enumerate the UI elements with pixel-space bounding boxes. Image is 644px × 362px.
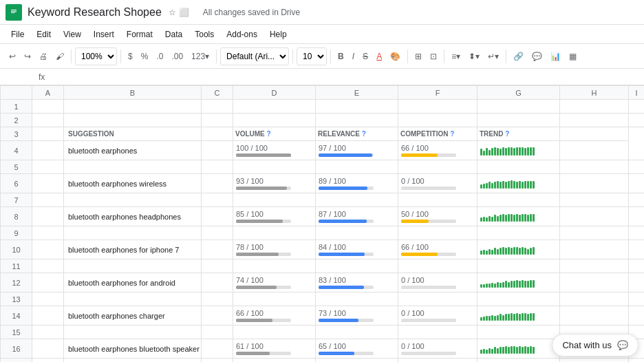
print-button[interactable]: 🖨 bbox=[36, 50, 51, 63]
link-button[interactable]: 🔗 bbox=[510, 50, 527, 63]
cell-empty bbox=[560, 193, 629, 207]
cell-empty bbox=[629, 292, 645, 306]
wrap-button[interactable]: ↵▾ bbox=[484, 50, 502, 63]
underline-button[interactable]: A bbox=[373, 50, 385, 63]
zoom-select[interactable]: 100% bbox=[75, 47, 117, 65]
cell-volume: 85 / 100 bbox=[233, 207, 316, 226]
redo-button[interactable]: ↪ bbox=[21, 50, 34, 63]
header-suggestion: SUGGESTION bbox=[64, 127, 202, 141]
row-number: 7 bbox=[1, 193, 32, 207]
formula-input[interactable] bbox=[50, 72, 638, 82]
separator2 bbox=[120, 50, 121, 63]
cell-empty bbox=[64, 100, 202, 114]
cell-volume: 66 / 100 bbox=[233, 306, 316, 326]
cell-keyword[interactable]: bluetooth earphones bbox=[64, 141, 202, 160]
menu-data[interactable]: Data bbox=[160, 28, 188, 41]
comment-button[interactable]: 💬 bbox=[528, 50, 546, 63]
menu-tools[interactable]: Tools bbox=[189, 28, 219, 41]
menu-format[interactable]: Format bbox=[121, 28, 158, 41]
bold-button[interactable]: B bbox=[334, 50, 347, 63]
cell-empty bbox=[202, 193, 233, 207]
star-icon[interactable]: ☆ bbox=[169, 8, 176, 17]
col-header-e[interactable]: E bbox=[316, 86, 398, 100]
filter-button[interactable]: ▦ bbox=[566, 50, 580, 63]
cell-empty bbox=[316, 326, 398, 339]
cell-empty bbox=[202, 100, 233, 114]
table-row: 12bluetooth earphones for android74 / 10… bbox=[1, 273, 645, 292]
cell-empty bbox=[202, 160, 233, 174]
decimal-inc-button[interactable]: .00 bbox=[168, 50, 186, 63]
merge-button[interactable]: ⊡ bbox=[427, 50, 440, 63]
cell-empty bbox=[64, 193, 202, 207]
col-header-d[interactable]: D bbox=[233, 86, 316, 100]
menu-file[interactable]: File bbox=[6, 28, 30, 41]
undo-button[interactable]: ↩ bbox=[6, 50, 19, 63]
paint-format-button[interactable]: 🖌 bbox=[52, 50, 67, 63]
cell-keyword[interactable]: bluetooth earphones wireless bbox=[64, 174, 202, 193]
menu-insert[interactable]: Insert bbox=[88, 28, 120, 41]
cell-volume: 78 / 100 bbox=[233, 240, 316, 259]
cell-empty bbox=[398, 359, 477, 363]
col-header-a[interactable]: A bbox=[32, 86, 64, 100]
menu-addons[interactable]: Add-ons bbox=[221, 28, 263, 41]
cell-volume: 74 / 100 bbox=[233, 273, 316, 292]
percent-button[interactable]: % bbox=[138, 50, 152, 63]
cell-empty bbox=[64, 226, 202, 240]
cell-empty bbox=[32, 141, 64, 160]
borders-button[interactable]: ⊞ bbox=[411, 50, 425, 63]
cell-empty bbox=[316, 359, 398, 363]
cell-empty bbox=[629, 193, 645, 207]
format-number-button[interactable]: 123▾ bbox=[188, 50, 213, 63]
cell-keyword[interactable]: bluetooth earphones headphones bbox=[64, 207, 202, 226]
chart-button[interactable]: 📊 bbox=[547, 50, 564, 63]
cell-competition: 66 / 100 bbox=[398, 240, 477, 259]
col-header-b[interactable]: B bbox=[64, 86, 202, 100]
decimal-dec-button[interactable]: .0 bbox=[153, 50, 167, 63]
col-header-i[interactable]: I bbox=[629, 86, 645, 100]
cell-keyword[interactable]: bluetooth earphones bluetooth speaker bbox=[64, 339, 202, 359]
align-button[interactable]: ≡▾ bbox=[448, 50, 464, 63]
col-header-f[interactable]: F bbox=[398, 86, 477, 100]
header-competition: COMPETITION ? bbox=[398, 127, 477, 141]
font-select[interactable]: Default (Ari... bbox=[220, 47, 289, 65]
row-number: 14 bbox=[1, 306, 32, 326]
cell-empty bbox=[202, 259, 233, 273]
menu-edit[interactable]: Edit bbox=[31, 28, 56, 41]
cell-empty bbox=[477, 160, 560, 174]
cell-trend bbox=[477, 273, 560, 292]
row-number: 4 bbox=[1, 141, 32, 160]
cell-relevance: 83 / 100 bbox=[316, 273, 398, 292]
chat-widget[interactable]: Chat with us 💬 bbox=[552, 334, 638, 356]
cell-empty bbox=[32, 207, 64, 226]
font-size-select[interactable]: 10 bbox=[297, 47, 327, 65]
menu-view[interactable]: View bbox=[58, 28, 87, 41]
strikethrough-button[interactable]: S bbox=[359, 50, 372, 63]
cell-empty bbox=[477, 226, 560, 240]
chat-emoji: 💬 bbox=[617, 340, 628, 350]
cell-empty bbox=[202, 326, 233, 339]
col-header-g[interactable]: G bbox=[477, 86, 560, 100]
menu-help[interactable]: Help bbox=[264, 28, 292, 41]
cell-competition: 0 / 100 bbox=[398, 306, 477, 326]
title-bar: Keyword Research Shopee ☆ ⬜ All changes … bbox=[0, 0, 644, 25]
cell-keyword[interactable]: bluetooth earphones for android bbox=[64, 273, 202, 292]
cell-competition: 50 / 100 bbox=[398, 207, 477, 226]
svg-rect-2 bbox=[11, 11, 17, 12]
cell-empty bbox=[316, 160, 398, 174]
fill-color-button[interactable]: 🎨 bbox=[387, 50, 404, 63]
cell-empty bbox=[202, 273, 233, 292]
col-header-h[interactable]: H bbox=[560, 86, 629, 100]
italic-button[interactable]: I bbox=[349, 50, 358, 63]
cell-volume: 100 / 100 bbox=[233, 141, 316, 160]
table-row: 5 bbox=[1, 160, 645, 174]
currency-button[interactable]: $ bbox=[125, 50, 136, 63]
table-row: 17 bbox=[1, 359, 645, 363]
valign-button[interactable]: ⬍▾ bbox=[465, 50, 483, 63]
cell-empty bbox=[477, 259, 560, 273]
col-header-c[interactable]: C bbox=[202, 86, 233, 100]
table-row: 9 bbox=[1, 226, 645, 240]
drive-icon[interactable]: ⬜ bbox=[179, 8, 189, 17]
cell-keyword[interactable]: bluetooth earphones charger bbox=[64, 306, 202, 326]
separator7 bbox=[444, 50, 444, 63]
cell-keyword[interactable]: bluetooth earphones for iphone 7 bbox=[64, 240, 202, 259]
